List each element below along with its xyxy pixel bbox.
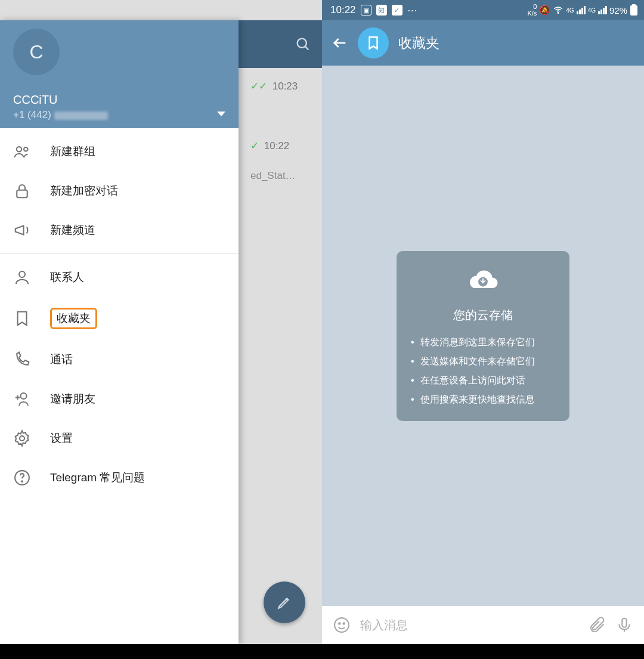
status-icon: 知 bbox=[376, 5, 387, 16]
menu-label: 通话 bbox=[50, 352, 73, 367]
cloud-bullet-list: 转发消息到这里来保存它们 发送媒体和文件来存储它们 在任意设备上访问此对话 使用… bbox=[411, 333, 555, 409]
menu-label: Telegram 常见问题 bbox=[50, 470, 145, 485]
chat-time: 10:23 bbox=[273, 81, 298, 92]
group-icon bbox=[13, 143, 31, 160]
status-time: 10:22 bbox=[330, 4, 356, 16]
attach-icon[interactable] bbox=[588, 616, 606, 634]
chat-appbar: 收藏夹 bbox=[322, 20, 644, 66]
svg-point-12 bbox=[21, 481, 23, 482]
phone-left: ✓✓ 10:23 ✓ 10:22 ed_Stat… 10:58 知 ▣ ✓ ⋯ … bbox=[0, 0, 322, 659]
svg-point-10 bbox=[20, 436, 24, 441]
menu-calls[interactable]: 通话 bbox=[0, 340, 239, 379]
menu-saved-messages[interactable]: 收藏夹 bbox=[0, 297, 239, 340]
svg-rect-20 bbox=[622, 618, 627, 627]
svg-point-19 bbox=[343, 623, 345, 624]
android-nav-bar bbox=[322, 644, 644, 659]
svg-rect-15 bbox=[632, 4, 636, 6]
signal-icon bbox=[598, 6, 607, 14]
menu-label: 新建群组 bbox=[50, 144, 95, 159]
svg-rect-14 bbox=[630, 5, 637, 16]
net-4g: 4G bbox=[588, 7, 596, 14]
help-icon bbox=[13, 469, 31, 487]
net-speed: 0K/s bbox=[527, 4, 537, 17]
menu-new-group[interactable]: 新建群组 bbox=[0, 132, 239, 171]
svg-line-1 bbox=[305, 47, 309, 50]
status-bar: 10:22 ▣ 知 ✓ ⋯ 0K/s 🔕 4G 4G 92% bbox=[322, 0, 644, 20]
phone-right: 10:22 ▣ 知 ✓ ⋯ 0K/s 🔕 4G 4G 92% bbox=[322, 0, 644, 659]
cloud-card-title: 您的云存储 bbox=[411, 307, 555, 323]
chat-snippet: ed_Stat… bbox=[250, 170, 310, 182]
svg-point-0 bbox=[298, 39, 306, 48]
svg-point-6 bbox=[24, 147, 28, 151]
menu-label: 新建频道 bbox=[50, 222, 95, 238]
mic-icon[interactable] bbox=[615, 616, 633, 634]
svg-point-17 bbox=[335, 618, 349, 632]
svg-point-13 bbox=[558, 13, 559, 14]
navigation-drawer: C CCCiTU +1 (442) 新建群组 新建加密对话 bbox=[0, 20, 239, 644]
signal-icon bbox=[577, 6, 586, 14]
cloud-bullet: 使用搜索来更快地查找信息 bbox=[411, 390, 555, 409]
cloud-download-icon bbox=[466, 265, 500, 299]
highlight-box: 收藏夹 bbox=[50, 308, 97, 329]
saved-messages-avatar[interactable] bbox=[358, 27, 389, 58]
phone-icon bbox=[13, 351, 31, 369]
menu-contacts[interactable]: 联系人 bbox=[0, 258, 239, 297]
chat-preview-1[interactable]: ✓✓ 10:23 bbox=[250, 80, 310, 92]
message-input[interactable]: 输入消息 bbox=[360, 617, 578, 633]
mute-icon: 🔕 bbox=[539, 5, 550, 16]
svg-point-18 bbox=[339, 623, 340, 624]
emoji-icon[interactable] bbox=[333, 616, 351, 634]
menu-label: 收藏夹 bbox=[57, 312, 91, 324]
megaphone-icon bbox=[13, 221, 31, 239]
message-input-bar: 输入消息 bbox=[322, 606, 644, 644]
read-ticks-icon: ✓✓ bbox=[250, 81, 267, 92]
menu-new-channel[interactable]: 新建频道 bbox=[0, 211, 239, 250]
cloud-bullet: 在任意设备上访问此对话 bbox=[411, 371, 555, 390]
drawer-username: CCCiTU bbox=[13, 93, 228, 107]
more-options-button[interactable] bbox=[632, 38, 638, 48]
menu-label: 邀请朋友 bbox=[50, 391, 95, 407]
menu-label: 新建加密对话 bbox=[50, 183, 118, 199]
bookmark-icon bbox=[13, 310, 31, 327]
lock-icon bbox=[13, 182, 31, 200]
svg-point-5 bbox=[17, 147, 21, 151]
back-button[interactable] bbox=[332, 35, 348, 51]
add-person-icon bbox=[13, 390, 31, 408]
drawer-header[interactable]: C CCCiTU +1 (442) bbox=[0, 20, 239, 128]
chat-time: 10:22 bbox=[264, 140, 290, 151]
person-icon bbox=[13, 268, 31, 286]
battery-icon bbox=[630, 4, 638, 16]
chat-preview-2[interactable]: ✓ 10:22 ed_Stat… bbox=[250, 140, 310, 182]
chat-body: 您的云存储 转发消息到这里来保存它们 发送媒体和文件来存储它们 在任意设备上访问… bbox=[322, 66, 644, 606]
chevron-down-icon[interactable] bbox=[217, 112, 225, 116]
read-ticks-icon: ✓ bbox=[250, 140, 259, 151]
cloud-bullet: 发送媒体和文件来存储它们 bbox=[411, 352, 555, 371]
status-icon: ▣ bbox=[361, 5, 371, 16]
status-more: ⋯ bbox=[407, 4, 417, 17]
svg-point-8 bbox=[19, 271, 25, 277]
menu-new-secret-chat[interactable]: 新建加密对话 bbox=[0, 171, 239, 211]
redacted bbox=[54, 112, 108, 120]
menu-label: 设置 bbox=[50, 431, 73, 446]
avatar[interactable]: C bbox=[13, 29, 60, 75]
divider bbox=[0, 253, 239, 254]
menu-faq[interactable]: Telegram 常见问题 bbox=[0, 458, 239, 497]
menu-settings[interactable]: 设置 bbox=[0, 419, 239, 458]
menu-invite-friends[interactable]: 邀请朋友 bbox=[0, 379, 239, 419]
search-icon[interactable] bbox=[295, 36, 311, 52]
android-nav-bar bbox=[0, 644, 322, 659]
menu-label: 联系人 bbox=[50, 270, 84, 285]
drawer-phone: +1 (442) bbox=[13, 109, 228, 121]
svg-rect-7 bbox=[17, 190, 27, 198]
chat-title: 收藏夹 bbox=[398, 34, 623, 52]
cloud-bullet: 转发消息到这里来保存它们 bbox=[411, 333, 555, 352]
cloud-storage-card: 您的云存储 转发消息到这里来保存它们 发送媒体和文件来存储它们 在任意设备上访问… bbox=[397, 251, 569, 421]
compose-fab[interactable] bbox=[264, 581, 305, 623]
wifi-icon bbox=[553, 5, 564, 16]
status-icon: ✓ bbox=[392, 5, 402, 16]
net-4g: 4G bbox=[566, 7, 574, 14]
svg-point-9 bbox=[21, 393, 27, 399]
battery-percent: 92% bbox=[609, 5, 627, 16]
gear-icon bbox=[13, 429, 31, 447]
